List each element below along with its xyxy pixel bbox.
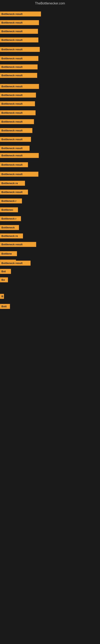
bottleneck-result-item[interactable]: Bottleneck result bbox=[0, 153, 39, 158]
site-title: TheBottlenecker.com bbox=[0, 0, 100, 7]
bottleneck-result-item[interactable]: Bottleneck result bbox=[0, 84, 39, 89]
bottleneck-result-item[interactable]: Bottleneck result bbox=[0, 260, 31, 266]
bottleneck-result-item[interactable]: Bottleneck result bbox=[0, 12, 41, 16]
bottleneck-result-item[interactable]: Bottleneck result bbox=[0, 101, 35, 106]
bottleneck-result-item[interactable]: B bbox=[0, 294, 4, 299]
bottleneck-result-item[interactable]: Bottleneck result bbox=[0, 110, 36, 115]
bottleneck-result-item[interactable]: Bot bbox=[0, 269, 11, 274]
bottleneck-result-item[interactable]: Bott bbox=[0, 304, 10, 309]
bottleneck-result-item[interactable]: Bottleneck result bbox=[0, 172, 38, 177]
bottleneck-result-item[interactable]: Bottleneck bbox=[0, 225, 19, 230]
bottleneck-result-item[interactable]: Bottleneck result bbox=[0, 38, 38, 42]
bottleneck-result-item[interactable]: Bottleneck result bbox=[0, 92, 36, 98]
bottleneck-result-item[interactable]: Bottleneck result bbox=[0, 64, 38, 70]
bottleneck-result-item[interactable]: Bo bbox=[0, 277, 8, 282]
bottleneck-result-item[interactable]: Bottleneck r bbox=[0, 216, 21, 221]
bottleneck-result-item[interactable]: Bottleneck r bbox=[0, 198, 22, 204]
bottleneck-result-item[interactable]: Bottleneck result bbox=[0, 73, 37, 78]
bottleneck-result-item[interactable]: Bottleneck result bbox=[0, 56, 38, 61]
bottleneck-result-item[interactable]: Bottleneck result bbox=[0, 242, 36, 247]
bottleneck-result-item[interactable]: Bottleneck result bbox=[0, 190, 28, 194]
bottleneck-result-item[interactable]: Bottleneck result bbox=[0, 137, 31, 142]
bottleneck-result-item[interactable]: Bottleneck result bbox=[0, 119, 34, 124]
bottleneck-result-item[interactable]: Bottlene bbox=[0, 251, 17, 256]
bottleneck-result-item[interactable]: Bottleneck result bbox=[0, 47, 40, 52]
bottleneck-result-item[interactable]: Bottleneck result bbox=[0, 20, 39, 25]
bottleneck-result-item[interactable]: Bottleneck result bbox=[0, 146, 30, 151]
bottleneck-result-item[interactable]: Bottleneck re bbox=[0, 234, 23, 238]
bottleneck-result-item[interactable]: Bottlenec bbox=[0, 207, 18, 212]
bottleneck-result-item[interactable]: Bottleneck result bbox=[0, 128, 32, 133]
bottleneck-result-item[interactable]: Bottleneck result bbox=[0, 29, 38, 34]
bottleneck-result-item[interactable]: Bottleneck re bbox=[0, 181, 25, 186]
bottleneck-result-item[interactable]: Bottleneck result bbox=[0, 162, 28, 167]
